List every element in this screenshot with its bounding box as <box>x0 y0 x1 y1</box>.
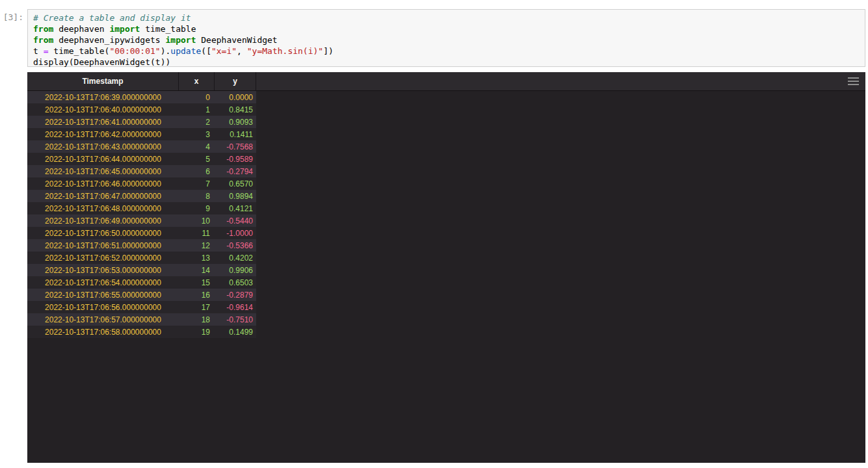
table-row[interactable]: 2022-10-13T17:06:39.00000000000.0000 <box>27 91 256 103</box>
y-cell[interactable]: 0.6503 <box>215 278 256 287</box>
table-row[interactable]: 2022-10-13T17:06:41.00000000020.9093 <box>27 116 256 128</box>
x-cell[interactable]: 15 <box>179 278 215 287</box>
timestamp-cell[interactable]: 2022-10-13T17:06:53.000000000 <box>27 266 179 275</box>
timestamp-cell[interactable]: 2022-10-13T17:06:42.000000000 <box>27 130 179 139</box>
y-cell[interactable]: -0.7510 <box>215 315 256 324</box>
table-row[interactable]: 2022-10-13T17:06:56.00000000017-0.9614 <box>27 301 256 313</box>
y-cell[interactable]: 0.4202 <box>215 254 256 263</box>
column-header-x[interactable]: x <box>179 72 215 90</box>
table-row[interactable]: 2022-10-13T17:06:50.00000000011-1.0000 <box>27 227 256 239</box>
y-cell[interactable]: 0.8415 <box>215 105 256 114</box>
timestamp-cell[interactable]: 2022-10-13T17:06:51.000000000 <box>27 241 179 250</box>
code-cell[interactable]: # Create a table and display itfrom deep… <box>27 9 865 67</box>
timestamp-cell[interactable]: 2022-10-13T17:06:54.000000000 <box>27 278 179 287</box>
code-line: # Create a table and display it <box>33 12 860 23</box>
y-cell[interactable]: -0.5440 <box>215 216 256 226</box>
timestamp-cell[interactable]: 2022-10-13T17:06:52.000000000 <box>27 254 179 263</box>
y-cell[interactable]: 0.0000 <box>215 93 256 102</box>
cell-execution-prompt: [3]: <box>0 12 23 23</box>
table-row[interactable]: 2022-10-13T17:06:51.00000000012-0.5366 <box>27 239 256 252</box>
y-cell[interactable]: 0.1411 <box>215 130 256 139</box>
timestamp-cell[interactable]: 2022-10-13T17:06:56.000000000 <box>27 303 179 312</box>
timestamp-cell[interactable]: 2022-10-13T17:06:55.000000000 <box>27 291 179 300</box>
code-line: from deephaven_ipywidgets import Deephav… <box>33 34 860 46</box>
timestamp-cell[interactable]: 2022-10-13T17:06:46.000000000 <box>27 179 179 188</box>
x-cell[interactable]: 7 <box>179 179 215 188</box>
deephaven-table-widget: Timestamp x y 2022-10-13T17:06:39.000000… <box>27 72 865 463</box>
table-row[interactable]: 2022-10-13T17:06:46.00000000070.6570 <box>27 177 256 190</box>
table-header-row: Timestamp x y <box>27 72 865 91</box>
x-cell[interactable]: 12 <box>179 241 215 250</box>
y-cell[interactable]: -1.0000 <box>215 229 256 238</box>
timestamp-cell[interactable]: 2022-10-13T17:06:43.000000000 <box>27 142 179 151</box>
table-row[interactable]: 2022-10-13T17:06:49.00000000010-0.5440 <box>27 214 256 227</box>
table-row[interactable]: 2022-10-13T17:06:40.00000000010.8415 <box>27 103 256 116</box>
table-menu-hamburger-icon[interactable] <box>848 77 859 85</box>
table-body: 2022-10-13T17:06:39.00000000000.00002022… <box>27 91 865 338</box>
x-cell[interactable]: 6 <box>179 167 215 176</box>
timestamp-cell[interactable]: 2022-10-13T17:06:40.000000000 <box>27 105 179 114</box>
code-line: display(DeephavenWidget(t)) <box>33 57 860 68</box>
x-cell[interactable]: 14 <box>179 266 215 275</box>
code-editor[interactable]: # Create a table and display itfrom deep… <box>28 10 865 70</box>
y-cell[interactable]: 0.9906 <box>215 266 256 275</box>
x-cell[interactable]: 9 <box>179 204 215 213</box>
timestamp-cell[interactable]: 2022-10-13T17:06:45.000000000 <box>27 167 179 176</box>
timestamp-cell[interactable]: 2022-10-13T17:06:57.000000000 <box>27 315 179 324</box>
notebook-page: [3]: # Create a table and display itfrom… <box>0 0 868 468</box>
timestamp-cell[interactable]: 2022-10-13T17:06:50.000000000 <box>27 229 179 238</box>
y-cell[interactable]: -0.2794 <box>215 167 256 176</box>
timestamp-cell[interactable]: 2022-10-13T17:06:47.000000000 <box>27 192 179 201</box>
y-cell[interactable]: 0.4121 <box>215 204 256 213</box>
table-row[interactable]: 2022-10-13T17:06:47.00000000080.9894 <box>27 190 256 202</box>
timestamp-cell[interactable]: 2022-10-13T17:06:41.000000000 <box>27 118 179 127</box>
x-cell[interactable]: 1 <box>179 105 215 114</box>
x-cell[interactable]: 0 <box>179 93 215 102</box>
table-row[interactable]: 2022-10-13T17:06:53.000000000140.9906 <box>27 264 256 276</box>
y-cell[interactable]: 0.9093 <box>215 118 256 127</box>
code-line: from deephaven import time_table <box>33 23 860 34</box>
y-cell[interactable]: -0.9614 <box>215 303 256 312</box>
column-header-timestamp[interactable]: Timestamp <box>27 72 179 90</box>
y-cell[interactable]: -0.9589 <box>215 155 256 164</box>
table-row[interactable]: 2022-10-13T17:06:57.00000000018-0.7510 <box>27 313 256 326</box>
x-cell[interactable]: 11 <box>179 229 215 238</box>
timestamp-cell[interactable]: 2022-10-13T17:06:58.000000000 <box>27 328 179 337</box>
timestamp-cell[interactable]: 2022-10-13T17:06:44.000000000 <box>27 155 179 164</box>
table-row[interactable]: 2022-10-13T17:06:42.00000000030.1411 <box>27 128 256 140</box>
x-cell[interactable]: 13 <box>179 254 215 263</box>
x-cell[interactable]: 19 <box>179 328 215 337</box>
x-cell[interactable]: 4 <box>179 142 215 151</box>
timestamp-cell[interactable]: 2022-10-13T17:06:39.000000000 <box>27 93 179 102</box>
y-cell[interactable]: 0.6570 <box>215 179 256 188</box>
table-row[interactable]: 2022-10-13T17:06:45.0000000006-0.2794 <box>27 165 256 177</box>
column-header-y[interactable]: y <box>215 72 256 90</box>
table-row[interactable]: 2022-10-13T17:06:48.00000000090.4121 <box>27 202 256 214</box>
x-cell[interactable]: 10 <box>179 216 215 226</box>
timestamp-cell[interactable]: 2022-10-13T17:06:49.000000000 <box>27 216 179 226</box>
table-row[interactable]: 2022-10-13T17:06:54.000000000150.6503 <box>27 276 256 289</box>
table-row[interactable]: 2022-10-13T17:06:55.00000000016-0.2879 <box>27 289 256 301</box>
y-cell[interactable]: 0.9894 <box>215 192 256 201</box>
x-cell[interactable]: 2 <box>179 118 215 127</box>
timestamp-cell[interactable]: 2022-10-13T17:06:48.000000000 <box>27 204 179 213</box>
x-cell[interactable]: 3 <box>179 130 215 139</box>
x-cell[interactable]: 17 <box>179 303 215 312</box>
table-row[interactable]: 2022-10-13T17:06:58.000000000190.1499 <box>27 326 256 338</box>
x-cell[interactable]: 5 <box>179 155 215 164</box>
x-cell[interactable]: 18 <box>179 315 215 324</box>
y-cell[interactable]: -0.5366 <box>215 241 256 250</box>
x-cell[interactable]: 8 <box>179 192 215 201</box>
y-cell[interactable]: -0.7568 <box>215 142 256 151</box>
y-cell[interactable]: -0.2879 <box>215 291 256 300</box>
y-cell[interactable]: 0.1499 <box>215 328 256 337</box>
code-line: t = time_table("00:00:01").update(["x=i"… <box>33 46 860 57</box>
table-row[interactable]: 2022-10-13T17:06:43.0000000004-0.7568 <box>27 140 256 153</box>
x-cell[interactable]: 16 <box>179 291 215 300</box>
table-row[interactable]: 2022-10-13T17:06:52.000000000130.4202 <box>27 252 256 264</box>
table-row[interactable]: 2022-10-13T17:06:44.0000000005-0.9589 <box>27 153 256 165</box>
